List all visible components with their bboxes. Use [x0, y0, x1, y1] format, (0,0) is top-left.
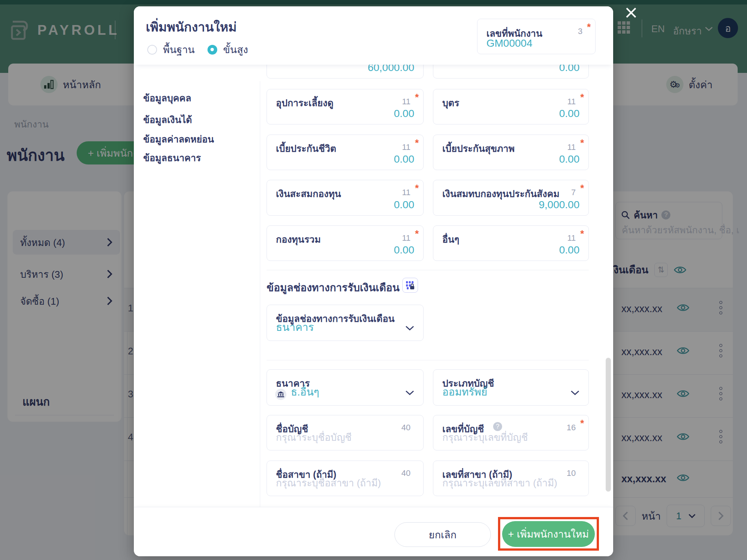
modal-header: เพิ่มพนักงานใหม่ พื้นฐาน ขั้นสูง เลขที่พ… — [134, 6, 613, 65]
field-social-security-fund[interactable]: เงินสมทบกองทุนประกันสังคม 7 * 9,000.00 — [433, 180, 589, 216]
field-placeholder: กรุณาระบุชื่อสาขา (ถ้ามี) — [276, 475, 381, 490]
modal-menu-income[interactable]: ข้อมูลเงินได้ — [143, 112, 192, 127]
modal-footer: ยกเลิก + เพิ่มพนักงานใหม่ — [134, 507, 613, 556]
field-label: เงินสะสมกองทุน — [276, 186, 341, 201]
modal-menu-deduction[interactable]: ข้อมูลค่าลดหย่อน — [143, 132, 214, 147]
field-label: อุปการะเลี้ยงดู — [276, 95, 333, 110]
mode-radio-group: พื้นฐาน ขั้นสูง — [147, 41, 248, 58]
field-count: 10 — [567, 468, 576, 478]
branch-name-input[interactable]: ชื่อสาขา (ถ้ามี) 40 กรุณาระบุชื่อสาขา (ถ… — [267, 461, 424, 496]
field-label: เบี้ยประกันสุขภาพ — [442, 141, 514, 156]
employee-number-field[interactable]: เลขที่พนักงาน 3 * GM00004 — [477, 19, 596, 54]
field-count: 11 — [402, 233, 411, 243]
field-value: GM00004 — [486, 37, 532, 49]
modal-sidebar-divider — [260, 81, 260, 507]
field-value: 0.00 — [394, 108, 415, 120]
section-divider — [267, 360, 589, 360]
field-count: 40 — [402, 423, 411, 433]
field-value: 0.00 — [559, 108, 580, 120]
required-mark: * — [580, 228, 584, 240]
account-type-dropdown[interactable]: ประเภทบัญชี ออมทรัพย์ — [433, 369, 589, 406]
field-mutual-fund[interactable]: กองทุนรวม 11 * 0.00 — [267, 225, 424, 261]
required-mark: * — [580, 418, 584, 429]
required-mark: * — [580, 92, 584, 103]
account-number-input[interactable]: เลขที่บัญชี ? 16 * กรุณาระบุเลขที่บัญชี — [433, 415, 589, 450]
field-count: 11 — [402, 142, 411, 152]
field-placeholder: กรุณาระบุเลขที่บัญชี — [442, 430, 528, 445]
required-mark: * — [587, 21, 591, 33]
modal-menu-personal[interactable]: ข้อมูลบุคคล — [143, 90, 191, 105]
field-value: 0.00 — [559, 244, 580, 256]
payment-channel-dropdown[interactable]: ข้อมูลช่องทางการรับเงินเดือน ธนาคาร — [267, 305, 424, 341]
add-employee-modal: ข้อมูลบุคคล ข้อมูลเงินได้ ข้อมูลค่าลดหย่… — [134, 6, 613, 556]
required-mark: * — [415, 228, 419, 240]
field-count: 7 — [571, 188, 576, 197]
field-value: ธ.อื่นๆ — [291, 384, 319, 400]
radio-on-icon — [208, 45, 217, 55]
field-count: 11 — [567, 97, 576, 107]
radio-off-icon — [147, 45, 157, 55]
field-placeholder: กรุณาระบุเลขที่สาขา (ถ้ามี) — [442, 475, 557, 490]
close-icon[interactable] — [624, 6, 638, 19]
modal-menu-bank[interactable]: ข้อมูลธนาคาร — [143, 150, 201, 165]
field-value: 0.00 — [394, 153, 415, 165]
field-health-insurance[interactable]: เบี้ยประกันสุขภาพ 11 * 0.00 — [433, 135, 589, 170]
radio-advanced-label: ขั้นสูง — [223, 41, 248, 58]
field-value: 0.00 — [559, 153, 580, 165]
field-value: 0.00 — [394, 244, 415, 256]
field-placeholder: กรุณาระบุชื่อบัญชี — [276, 430, 351, 445]
chevron-down-icon — [405, 326, 414, 331]
radio-basic-label: พื้นฐาน — [163, 41, 195, 58]
chevron-down-icon — [405, 390, 414, 396]
field-children[interactable]: บุตร 11 * 0.00 — [433, 89, 589, 124]
field-value: ออมทรัพย์ — [442, 384, 487, 400]
required-mark: * — [415, 92, 419, 103]
radio-basic[interactable]: พื้นฐาน — [147, 41, 195, 58]
field-count: 16 — [567, 423, 576, 433]
required-mark: * — [580, 182, 584, 194]
chevron-down-icon — [571, 390, 580, 396]
radio-advanced[interactable]: ขั้นสูง — [208, 41, 248, 58]
section-divider — [267, 270, 589, 270]
field-other[interactable]: อื่นๆ 11 * 0.00 — [433, 225, 589, 261]
field-label: เบี้ยประกันชีวิต — [276, 141, 336, 156]
field-life-insurance[interactable]: เบี้ยประกันชีวิต 11 * 0.00 — [267, 135, 424, 170]
bank-icon — [275, 389, 286, 400]
field-count: 3 — [578, 27, 582, 36]
field-count: 11 — [402, 97, 411, 107]
submit-add-employee-button[interactable]: + เพิ่มพนักงานใหม่ — [502, 521, 595, 547]
modal-scrollbar[interactable] — [606, 358, 611, 492]
field-count: 11 — [402, 188, 411, 197]
cancel-button[interactable]: ยกเลิก — [394, 522, 491, 547]
field-count: 11 — [567, 233, 576, 243]
required-mark: * — [415, 137, 419, 149]
field-count: 11 — [567, 142, 576, 152]
field-dependent-support[interactable]: อุปการะเลี้ยงดู 11 * 0.00 — [267, 89, 424, 124]
field-value: ธนาคาร — [276, 319, 314, 335]
required-mark: * — [580, 137, 584, 149]
field-value: 0.00 — [394, 199, 415, 211]
field-label: อื่นๆ — [442, 232, 459, 247]
branch-number-input[interactable]: เลขที่สาขา (ถ้ามี) 10 กรุณาระบุเลขที่สาข… — [433, 461, 589, 496]
grid-lock-icon — [402, 278, 418, 293]
field-count: 40 — [402, 468, 411, 478]
field-label: กองทุนรวม — [276, 232, 321, 247]
bank-dropdown[interactable]: ธนาคาร ธ.อื่นๆ — [267, 369, 424, 406]
field-label: บุตร — [442, 95, 459, 110]
account-name-input[interactable]: ชื่อบัญชี 40 กรุณาระบุชื่อบัญชี — [267, 415, 424, 450]
modal-title: เพิ่มพนักงานใหม่ — [146, 17, 237, 37]
required-mark: * — [415, 182, 419, 194]
field-provident-fund[interactable]: เงินสะสมกองทุน 11 * 0.00 — [267, 180, 424, 216]
payment-section-title: ข้อมูลช่องทางการรับเงินเดือน — [267, 279, 400, 296]
field-value: 9,000.00 — [539, 199, 580, 211]
